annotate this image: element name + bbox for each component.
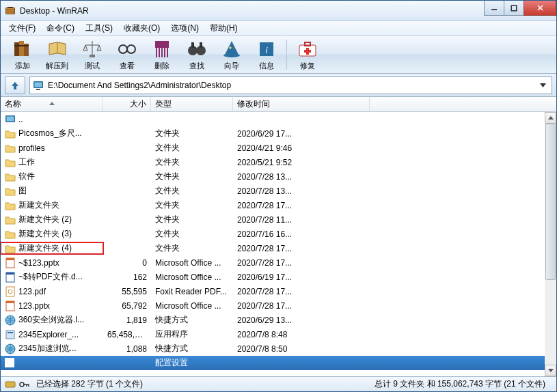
pdf-icon [5, 286, 16, 297]
menu-options[interactable]: 选项(N) [165, 21, 204, 36]
tool-find[interactable]: 查找 [179, 38, 214, 72]
svg-rect-9 [14, 45, 29, 46]
info-square-icon: i [256, 38, 277, 60]
table-row[interactable]: 新建文件夹 (4)文件夹2020/7/28 17... [1, 241, 545, 255]
file-type: 快捷方式 [151, 314, 233, 326]
menu-tools[interactable]: 工具(S) [80, 21, 118, 36]
svg-rect-4 [6, 12, 14, 12]
file-type: 文件夹 [151, 214, 233, 225]
svg-rect-40 [8, 332, 13, 333]
file-name: 2345加速浏览... [18, 343, 77, 354]
tool-wizard[interactable]: 向导 [214, 38, 249, 72]
folder-icon [5, 214, 16, 225]
vertical-scrollbar[interactable] [545, 112, 556, 376]
table-row[interactable]: 图文件夹2020/7/28 13... [1, 184, 545, 198]
file-type: 应用程序 [151, 328, 233, 340]
file-name: 新建文件夹 (2) [18, 214, 72, 225]
close-button[interactable] [524, 1, 556, 16]
maximize-button[interactable] [504, 1, 524, 16]
file-date: 2020/7/28 11... [233, 215, 370, 225]
wizard-hat-icon [221, 38, 243, 60]
svg-rect-27 [36, 89, 40, 90]
file-type: Microsoft Office ... [151, 272, 233, 282]
file-name: 软件 [18, 171, 35, 182]
titlebar[interactable]: Desktop - WinRAR [1, 1, 556, 21]
column-type[interactable]: 类型 [151, 97, 233, 111]
file-type: 文件夹 [151, 142, 233, 154]
binoculars-icon [186, 38, 208, 60]
file-date: 2020/6/29 13... [233, 316, 370, 325]
file-name: 2345Explorer_... [18, 330, 79, 339]
table-row[interactable]: 软件文件夹2020/7/28 13... [1, 169, 545, 184]
svg-rect-1 [6, 8, 14, 14]
folder-icon [5, 186, 16, 197]
tool-add[interactable]: 添加 [5, 38, 40, 72]
scroll-track[interactable] [545, 124, 556, 365]
column-name[interactable]: 名称 [1, 97, 103, 111]
svg-rect-22 [305, 42, 310, 46]
scroll-thumb[interactable] [545, 124, 556, 280]
table-row[interactable]: ~$转PDF文件.d...162Microsoft Office ...2020… [1, 270, 545, 284]
table-row[interactable]: 123.pptx65,792Microsoft Office ...2020/7… [1, 298, 545, 313]
address-dropdown[interactable] [536, 77, 549, 94]
table-row[interactable]: 123.pdf55,595Foxit Reader PDF...2020/7/2… [1, 284, 545, 298]
minimize-button[interactable] [484, 1, 504, 16]
svg-rect-39 [6, 331, 14, 339]
table-row[interactable]: .. [1, 112, 545, 126]
file-name: 123.pptx [18, 301, 50, 311]
scroll-up-button[interactable] [545, 112, 556, 124]
table-row[interactable]: 2345Explorer_...65,458,424应用程序2020/7/8 8… [1, 327, 545, 341]
file-name: ~$转PDF文件.d... [18, 271, 83, 283]
svg-rect-5 [511, 5, 517, 11]
toolbar-separator [286, 40, 287, 70]
file-name: 工作 [18, 156, 35, 168]
menu-favorites[interactable]: 收藏夹(O) [118, 21, 165, 36]
file-name: Picosmos_多尺... [18, 128, 82, 139]
tool-repair[interactable]: 修复 [290, 38, 325, 72]
addressbar: E:\Document And Settings2\Administrator\… [1, 74, 556, 97]
file-type: 文件夹 [151, 185, 233, 197]
menu-commands[interactable]: 命令(C) [41, 21, 80, 36]
column-size[interactable]: 大小 [103, 97, 151, 111]
menu-help[interactable]: 帮助(H) [204, 21, 243, 36]
table-row[interactable]: ~$123.pptx0Microsoft Office ...2020/7/28… [1, 255, 545, 270]
file-date: 2020/5/21 9:52 [233, 158, 370, 167]
scroll-down-button[interactable] [545, 365, 556, 376]
file-type: Microsoft Office ... [151, 301, 233, 311]
table-row[interactable]: 新建文件夹 (2)文件夹2020/7/28 11... [1, 212, 545, 227]
folder-icon [5, 229, 16, 240]
table-row[interactable]: 360安全浏览器.l...1,819快捷方式2020/6/29 13... [1, 313, 545, 327]
file-date: 2020/6/29 17... [233, 129, 370, 139]
table-row[interactable]: 新建文件夹 (3)文件夹2020/7/16 16... [1, 227, 545, 241]
tool-extract[interactable]: 解压到 [40, 38, 74, 72]
file-size: 0 [103, 258, 151, 268]
address-field[interactable]: E:\Document And Settings2\Administrator\… [29, 76, 552, 94]
tool-delete[interactable]: 删除 [144, 38, 179, 72]
shred-icon [151, 38, 173, 60]
first-aid-icon [297, 38, 318, 60]
svg-rect-2 [8, 7, 13, 8]
column-date[interactable]: 修改时间 [233, 97, 370, 111]
table-row[interactable]: profiles文件夹2020/4/21 9:46 [1, 141, 545, 155]
file-type: Microsoft Office ... [151, 258, 233, 268]
file-size: 162 [103, 272, 151, 282]
table-row[interactable]: 工作文件夹2020/5/21 9:52 [1, 155, 545, 169]
table-row[interactable]: Picosmos_多尺...文件夹2020/6/29 17... [1, 126, 545, 141]
file-type: 文件夹 [151, 156, 233, 168]
file-date: 2020/7/28 17... [233, 201, 370, 210]
up-button[interactable] [5, 76, 25, 94]
menu-file[interactable]: 文件(F) [3, 21, 41, 36]
file-size: 1,088 [103, 344, 151, 354]
svg-rect-7 [19, 41, 24, 56]
tool-view[interactable]: 查看 [109, 38, 144, 72]
partial-selected-row[interactable]: 配置设置 [1, 356, 545, 370]
table-row[interactable]: 2345加速浏览...1,088快捷方式2020/7/8 8:50 [1, 341, 545, 356]
table-row[interactable]: 新建文件夹文件夹2020/7/28 17... [1, 198, 545, 212]
sort-asc-icon [49, 98, 55, 107]
svg-rect-42 [5, 358, 14, 367]
tool-test[interactable]: 测试 [74, 38, 109, 72]
file-name: ~$123.pptx [18, 258, 59, 268]
tool-info[interactable]: i信息 [249, 38, 284, 72]
svg-point-11 [119, 45, 127, 53]
docx-icon [5, 272, 16, 283]
